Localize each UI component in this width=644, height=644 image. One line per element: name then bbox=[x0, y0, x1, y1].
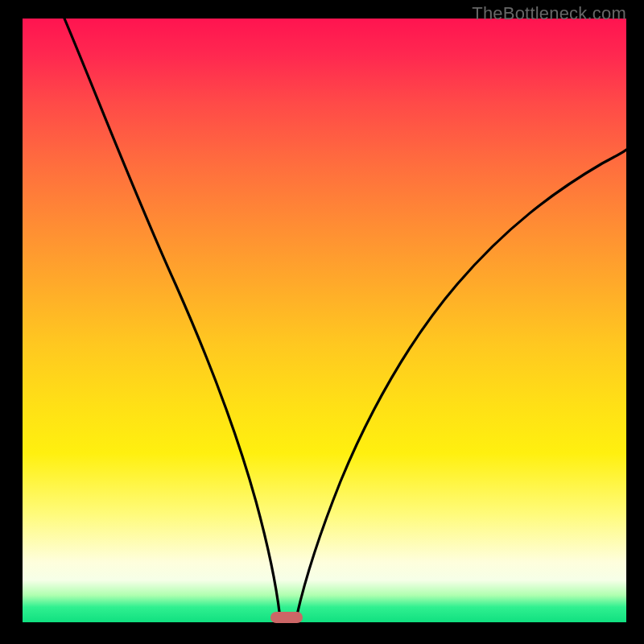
chart-frame: TheBottleneck.com bbox=[0, 0, 644, 644]
bottleneck-marker bbox=[270, 612, 303, 623]
curve-left-branch bbox=[64, 19, 280, 618]
curve-right-branch bbox=[296, 150, 626, 618]
plot-area bbox=[23, 19, 626, 622]
curve-layer bbox=[23, 19, 626, 622]
watermark-label: TheBottleneck.com bbox=[472, 3, 626, 24]
